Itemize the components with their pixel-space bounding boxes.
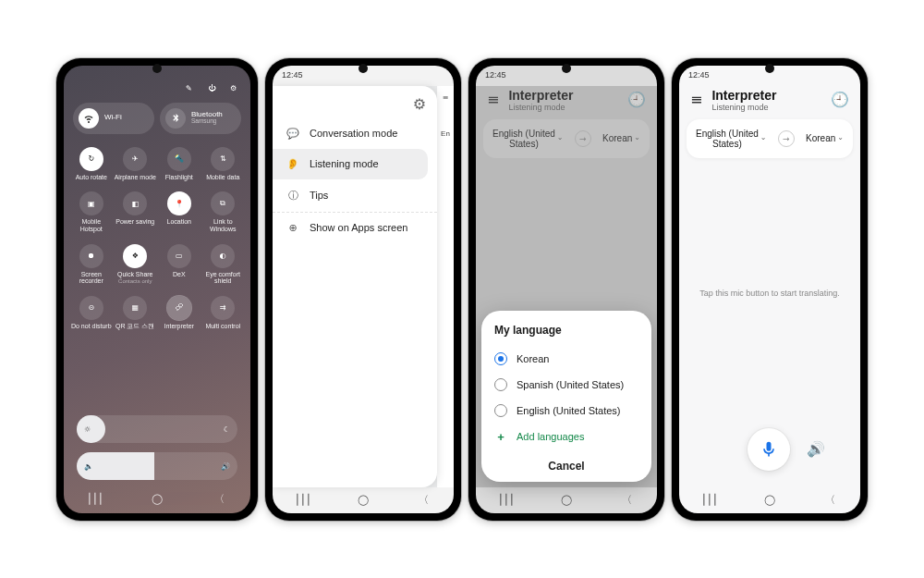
qs-tile-qr[interactable]: ▦QR 코드 스캔 [114, 292, 158, 334]
nav-bar: ⎮⎮⎮ ◯ 〈 [64, 486, 250, 513]
screen-rec-icon: ⏺ [79, 244, 103, 268]
qs-tile-dnd[interactable]: ⊝Do not disturb [69, 292, 114, 334]
quick-share-icon: ❖ [123, 244, 147, 268]
qs-tile-label: Eye comfort shield [201, 271, 244, 285]
phone-quick-settings: ✎ ⏻ ⚙ Wi-Fi Bluetooth Samsung [56, 58, 258, 521]
bt-sub: Samsung [191, 118, 223, 125]
history-icon[interactable]: 🕘 [831, 91, 849, 108]
drawer-item[interactable]: ⓘTips [273, 179, 437, 213]
airplane-icon: ✈ [123, 147, 147, 171]
drawer-settings-icon[interactable]: ⚙ [413, 95, 426, 113]
camera-notch [359, 64, 368, 73]
bluetooth-pill[interactable]: Bluetooth Samsung [160, 103, 241, 134]
home-button[interactable]: ◯ [558, 494, 575, 506]
qs-tile-flashlight[interactable]: 🔦Flashlight [157, 143, 201, 185]
qs-tile-interpreter[interactable]: 🗪Interpreter [157, 292, 201, 334]
qs-tile-label: Link to Windows [201, 218, 244, 232]
wifi-icon [79, 108, 99, 129]
settings-gear-icon[interactable]: ⚙ [230, 84, 241, 95]
add-languages-row[interactable]: + Add languages [494, 424, 638, 450]
mic-button[interactable] [748, 428, 790, 471]
hamburger-icon[interactable]: ≡ [690, 91, 702, 108]
phone-interpreter-main: 12:45 ≡ Interpreter Listening mode 🕘 Eng… [672, 58, 868, 521]
qs-tile-multi-control[interactable]: ⇉Multi control [201, 292, 246, 334]
add-languages-label: Add languages [517, 431, 584, 442]
link-windows-icon: ⧉ [211, 191, 235, 215]
wifi-label: Wi-Fi [104, 114, 122, 121]
edge-lang-label: En [441, 129, 450, 138]
qs-tile-dex[interactable]: ▭DeX [157, 240, 201, 289]
drawer-item-label: Conversation mode [310, 128, 397, 139]
drawer-item-icon: 💬 [286, 128, 300, 140]
home-button[interactable]: ◯ [149, 493, 165, 505]
language-option[interactable]: English (United States) [494, 398, 638, 424]
speaker-icon[interactable]: 🔊 [807, 440, 825, 458]
phone-language-sheet: 12:45 ≡ Interpreter Listening mode 🕘 Eng… [468, 58, 664, 521]
drawer-item[interactable]: 💬Conversation mode [273, 118, 437, 149]
home-button[interactable]: ◯ [761, 494, 778, 506]
qs-tile-label: QR 코드 스캔 [116, 323, 154, 330]
power-icon[interactable]: ⏻ [208, 84, 219, 95]
back-button[interactable]: 〈 [415, 493, 432, 507]
qs-tile-label: Flashlight [165, 174, 193, 181]
qr-icon: ▦ [123, 296, 147, 320]
qs-tile-location[interactable]: 📍Location [157, 188, 201, 236]
qs-tile-hotspot[interactable]: ▣Mobile Hotspot [69, 188, 114, 236]
radio-icon [494, 352, 507, 365]
chevron-down-icon: ⌄ [760, 134, 767, 142]
hamburger-icon[interactable]: ≡ [443, 93, 449, 102]
auto-rotate-icon: ↻ [79, 147, 103, 171]
volume-slider[interactable]: 🔈 🔊 [77, 452, 237, 480]
recents-button[interactable]: ⎮⎮⎮ [498, 494, 515, 506]
qs-tile-label: Mobile data [206, 174, 239, 181]
volume-high-icon: 🔊 [221, 461, 230, 470]
language-option[interactable]: Spanish (United States) [494, 372, 638, 398]
to-language-selector[interactable]: Korean ⌄ [806, 133, 844, 143]
edit-icon[interactable]: ✎ [186, 84, 197, 95]
chevron-down-icon: ⌄ [837, 134, 844, 142]
language-option-label: Spanish (United States) [517, 379, 624, 390]
quick-settings-grid: ↻Auto rotate✈Airplane mode🔦Flashlight⇅Mo… [64, 140, 250, 339]
volume-low-icon: 🔈 [84, 461, 93, 470]
qs-tile-label: Quick Share [117, 271, 153, 278]
drawer-item[interactable]: 👂Listening mode [273, 149, 428, 179]
swap-languages-button[interactable]: → [778, 130, 795, 147]
eye-comfort-icon: ◐ [211, 244, 235, 268]
power-saving-icon: ◧ [123, 191, 147, 215]
cancel-button[interactable]: Cancel [494, 450, 638, 474]
location-icon: 📍 [167, 191, 191, 215]
qs-tile-link-windows[interactable]: ⧉Link to Windows [201, 188, 246, 236]
qs-tile-mobile-data[interactable]: ⇅Mobile data [201, 143, 246, 185]
qs-tile-quick-share[interactable]: ❖Quick ShareContacts only [114, 240, 158, 289]
drawer-item[interactable]: ⊕Show on Apps screen [273, 213, 437, 243]
back-button[interactable]: 〈 [618, 493, 635, 507]
from-language-selector[interactable]: English (United States) ⌄ [696, 129, 767, 149]
status-time: 12:45 [282, 70, 303, 86]
home-button[interactable]: ◯ [355, 494, 371, 506]
qs-tile-label: DeX [173, 271, 186, 278]
drawer-item-icon: 👂 [286, 158, 300, 170]
qs-tile-airplane[interactable]: ✈Airplane mode [114, 143, 158, 185]
page-subtitle: Listening mode [711, 103, 821, 112]
mobile-data-icon: ⇅ [211, 147, 235, 171]
recents-button[interactable]: ⎮⎮⎮ [87, 493, 103, 505]
back-button[interactable]: 〈 [211, 492, 227, 506]
status-time: 12:45 [485, 70, 506, 86]
recents-button[interactable]: ⎮⎮⎮ [701, 494, 718, 506]
qs-tile-power-saving[interactable]: ◧Power saving [114, 188, 158, 236]
qs-tile-eye-comfort[interactable]: ◐Eye comfort shield [201, 240, 246, 289]
brightness-slider[interactable]: ☼ ☾ [77, 415, 237, 443]
language-option[interactable]: Korean [494, 346, 638, 372]
camera-notch [152, 64, 162, 73]
back-button[interactable]: 〈 [821, 493, 838, 507]
qs-tile-auto-rotate[interactable]: ↻Auto rotate [69, 143, 114, 185]
interpreter-icon: 🗪 [167, 296, 191, 320]
bluetooth-icon [165, 108, 186, 129]
qs-tile-screen-rec[interactable]: ⏺Screen recorder [69, 240, 114, 289]
recents-button[interactable]: ⎮⎮⎮ [295, 494, 311, 506]
language-option-label: English (United States) [517, 405, 621, 416]
qs-tile-label: Interpreter [164, 323, 194, 330]
moon-icon: ☾ [224, 424, 230, 433]
mic-icon [760, 440, 778, 459]
wifi-pill[interactable]: Wi-Fi [73, 103, 154, 134]
